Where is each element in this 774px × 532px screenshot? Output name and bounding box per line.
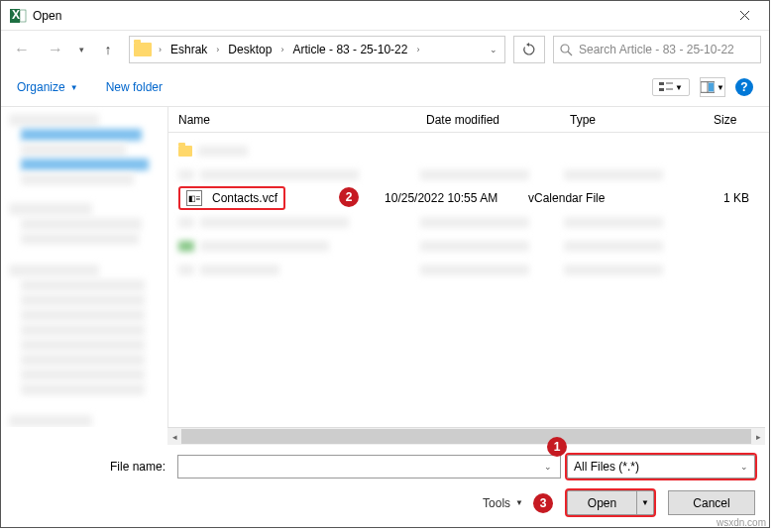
toolbar-right: ▼ ▼ ? <box>652 77 753 97</box>
file-type-filter[interactable]: All Files (*.*) ⌄ <box>567 455 755 479</box>
breadcrumb-part[interactable]: Eshrak <box>168 41 209 58</box>
svg-rect-11 <box>709 83 714 92</box>
file-panel: Name Date modified Type Size <box>167 107 769 427</box>
preview-pane-button[interactable]: ▼ <box>700 77 725 97</box>
close-button[interactable] <box>722 2 767 30</box>
nav-row: ← → ▾ ↑ › Eshrak › Desktop › Article - 8… <box>1 31 769 68</box>
annotation-marker-3: 3 <box>533 493 553 513</box>
dialog-title: Open <box>33 9 722 23</box>
search-icon <box>560 44 573 56</box>
organize-menu[interactable]: Organize ▼ <box>17 80 78 94</box>
address-bar[interactable]: › Eshrak › Desktop › Article - 83 - 25-1… <box>129 36 505 63</box>
filename-label: File name: <box>15 460 171 474</box>
annotation-marker-2: 2 <box>339 187 359 207</box>
breadcrumb-part[interactable]: Desktop <box>226 41 274 58</box>
col-type[interactable]: Type <box>570 113 714 127</box>
body-area: Name Date modified Type Size <box>1 106 769 427</box>
table-row[interactable] <box>168 258 769 281</box>
file-list: ◧≡ Contacts.vcf 2 10/25/2022 10:55 AM vC… <box>168 133 769 427</box>
svg-rect-5 <box>659 82 664 85</box>
file-name: Contacts.vcf <box>212 191 277 205</box>
new-folder-button[interactable]: New folder <box>106 80 163 94</box>
col-date[interactable]: Date modified <box>426 113 570 127</box>
button-row: Tools ▼ 3 Open ▼ Cancel <box>15 490 755 515</box>
refresh-button[interactable] <box>513 36 545 63</box>
search-placeholder: Search Article - 83 - 25-10-22 <box>579 43 734 56</box>
chevron-down-icon[interactable]: ⌄ <box>487 45 500 54</box>
table-row[interactable] <box>168 139 769 162</box>
annotation-marker-1: 1 <box>547 437 567 457</box>
col-name[interactable]: Name <box>168 113 426 127</box>
cancel-button[interactable]: Cancel <box>668 490 755 515</box>
scroll-thumb[interactable] <box>181 429 751 444</box>
title-bar: X Open <box>1 1 769 31</box>
table-row[interactable] <box>168 234 769 258</box>
chevron-right-icon: › <box>277 45 286 54</box>
file-type: vCalendar File <box>528 191 672 205</box>
watermark: wsxdn.com <box>717 517 766 528</box>
chevron-right-icon: › <box>156 45 165 54</box>
highlight-box: ◧≡ Contacts.vcf <box>178 186 285 210</box>
excel-icon: X <box>9 7 27 25</box>
svg-rect-6 <box>659 88 664 91</box>
breadcrumb-part[interactable]: Article - 83 - 25-10-22 <box>290 41 409 58</box>
forward-button[interactable]: → <box>43 37 68 62</box>
svg-line-4 <box>568 52 572 55</box>
file-row-contacts[interactable]: ◧≡ Contacts.vcf 2 10/25/2022 10:55 AM vC… <box>168 186 769 210</box>
filename-row: File name: ⌄ All Files (*.*) ⌄ <box>15 455 755 479</box>
up-button[interactable]: ↑ <box>95 37 121 62</box>
table-row[interactable] <box>168 210 769 234</box>
back-button[interactable]: ← <box>9 37 35 62</box>
vcf-icon: ◧≡ <box>186 190 202 206</box>
history-chevron[interactable]: ▾ <box>76 45 87 54</box>
toolbar: Organize ▼ New folder ▼ ▼ ? <box>1 68 769 106</box>
footer: 1 File name: ⌄ All Files (*.*) ⌄ Tools ▼… <box>1 449 769 527</box>
open-button-dropdown[interactable]: ▼ <box>636 490 654 515</box>
file-date: 10/25/2022 10:55 AM <box>385 191 528 205</box>
view-mode-button[interactable]: ▼ <box>652 78 690 96</box>
open-dialog: X Open ← → ▾ ↑ › Eshrak › Desktop › Arti… <box>0 0 770 528</box>
open-button[interactable]: Open ▼ <box>567 490 654 515</box>
folder-icon <box>134 43 152 56</box>
chevron-down-icon: ⌄ <box>740 462 748 472</box>
scroll-right-icon[interactable]: ▸ <box>751 428 765 446</box>
table-row[interactable] <box>168 162 769 186</box>
chevron-right-icon: › <box>413 45 422 54</box>
horizontal-scrollbar[interactable]: ◂ ▸ <box>167 427 765 445</box>
filter-value: All Files (*.*) <box>574 460 639 474</box>
chevron-right-icon: › <box>213 45 222 54</box>
svg-rect-1 <box>20 10 26 22</box>
col-size[interactable]: Size <box>714 113 769 127</box>
nav-sidebar[interactable] <box>1 107 167 427</box>
search-box[interactable]: Search Article - 83 - 25-10-22 <box>553 36 761 63</box>
file-size: 1 KB <box>672 191 769 205</box>
column-headers: Name Date modified Type Size <box>168 107 769 133</box>
folder-icon <box>178 146 192 157</box>
tools-menu[interactable]: Tools ▼ <box>483 496 523 510</box>
open-button-main[interactable]: Open <box>567 490 636 515</box>
filename-input[interactable]: ⌄ <box>177 455 561 479</box>
svg-text:X: X <box>12 8 20 22</box>
svg-point-3 <box>561 45 569 53</box>
help-button[interactable]: ? <box>735 78 753 96</box>
scroll-left-icon[interactable]: ◂ <box>167 428 181 446</box>
